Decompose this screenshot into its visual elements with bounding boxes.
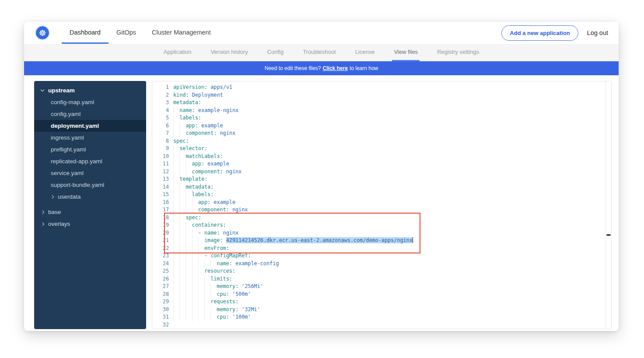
- tree-item-support-bundle-yaml[interactable]: support-bundle.yaml: [34, 179, 146, 191]
- indent-guide: [179, 260, 186, 268]
- code-line[interactable]: 19containers:: [152, 221, 605, 229]
- code-line[interactable]: 5labels:: [152, 114, 605, 122]
- code-line[interactable]: 28cpu: '500m': [152, 291, 605, 298]
- code-line[interactable]: 8spec:: [152, 137, 605, 145]
- editor-scrollbar[interactable]: [606, 81, 611, 329]
- indent-guide: [192, 283, 198, 291]
- indent-guide: [192, 306, 198, 314]
- logout-link[interactable]: Log out: [587, 29, 608, 36]
- code-token: example-config: [235, 260, 279, 267]
- app-logo[interactable]: ☸: [35, 25, 50, 41]
- code-token: :: [207, 199, 214, 205]
- code-line[interactable]: 3metadata:: [152, 99, 605, 107]
- code-line[interactable]: 29requests:: [152, 298, 605, 306]
- tree-item-ingress-yaml[interactable]: ingress.yaml: [34, 132, 146, 144]
- code-line[interactable]: 17component: nginx: [152, 206, 605, 214]
- code-line[interactable]: 15labels:: [152, 191, 605, 199]
- line-content: cpu: '500m': [173, 291, 251, 298]
- header-tab-cluster-management[interactable]: Cluster Management: [144, 22, 219, 44]
- header-tab-dashboard[interactable]: Dashboard: [62, 22, 108, 44]
- tree-item-preflight-yaml[interactable]: preflight.yaml: [34, 144, 146, 155]
- tree-item-upstream[interactable]: upstream: [34, 84, 146, 96]
- indent-guide: [173, 221, 179, 229]
- tree-item-replicated-app-yaml[interactable]: replicated-app.yaml: [34, 155, 146, 167]
- tree-item-base[interactable]: base: [34, 206, 146, 218]
- indent-guide: [204, 306, 210, 314]
- code-token: :: [210, 191, 214, 197]
- code-line[interactable]: 26limits:: [152, 275, 605, 283]
- code-line[interactable]: 12component: nginx: [152, 168, 605, 176]
- line-number: 14: [152, 183, 169, 191]
- code-line[interactable]: 4name: example-nginx: [152, 107, 605, 115]
- code-token: nginx: [220, 130, 236, 136]
- subnav-tab-view-files[interactable]: View files: [392, 44, 420, 61]
- code-token: nginx: [223, 230, 239, 236]
- indent-guide: [186, 206, 192, 214]
- tree-item-label: ingress.yaml: [51, 134, 84, 141]
- indent-guide: [186, 191, 192, 199]
- tree-item-deployment-yaml[interactable]: deployment.yaml: [34, 120, 146, 132]
- code-line[interactable]: 13template:: [152, 175, 605, 183]
- subnav-tab-troubleshoot[interactable]: Troubleshoot: [301, 44, 337, 61]
- code-token: apps/v1: [210, 84, 232, 90]
- indent-guide: [173, 175, 179, 183]
- subnav-tab-config[interactable]: Config: [266, 44, 286, 61]
- tree-item-label: userdata: [58, 193, 81, 200]
- indent-guide: [186, 237, 192, 245]
- subnav-tab-version-history[interactable]: Version history: [209, 44, 249, 61]
- line-number: 21: [152, 237, 169, 245]
- tree-item-config-yaml[interactable]: config.yaml: [34, 108, 146, 120]
- code-token: example: [214, 199, 235, 205]
- scrollbar-thumb[interactable]: [606, 234, 611, 236]
- subnav-tab-application[interactable]: Application: [162, 44, 193, 61]
- indent-guide: [198, 291, 204, 298]
- code-line[interactable]: 10matchLabels:: [152, 153, 605, 161]
- code-line[interactable]: 1apiVersion: apps/v1: [152, 84, 605, 91]
- code-line[interactable]: 14metadata:: [152, 183, 605, 191]
- code-line[interactable]: 24name: example-config: [152, 260, 605, 268]
- header-tab-gitops[interactable]: GitOps: [108, 22, 144, 44]
- yaml-editor[interactable]: 1apiVersion: apps/v12kind: Deployment3me…: [152, 81, 612, 329]
- code-line[interactable]: 20- name: nginx: [152, 229, 605, 237]
- indent-guide: [173, 160, 179, 168]
- code-line[interactable]: 11app: example: [152, 160, 605, 168]
- code-line[interactable]: 30memory: '32Mi': [152, 306, 605, 314]
- code-line[interactable]: 6app: example: [152, 122, 605, 130]
- indent-guide: [179, 283, 186, 291]
- subnav-tab-license[interactable]: License: [354, 44, 377, 61]
- code-line[interactable]: 22envFrom:: [152, 245, 605, 253]
- line-content: containers:: [173, 221, 226, 229]
- code-line[interactable]: 16app: example: [152, 199, 605, 207]
- code-line[interactable]: 23- configMapRef:: [152, 252, 605, 260]
- code-line[interactable]: 7component: nginx: [152, 130, 605, 137]
- line-content: name: example-config: [173, 260, 279, 268]
- code-line[interactable]: 25resources:: [152, 267, 605, 275]
- tree-item-overlays[interactable]: overlays: [34, 218, 146, 230]
- code-line[interactable]: 21image: 429114214526.dkr.ecr.us-east-2.…: [152, 237, 605, 245]
- tree-item-config-map-yaml[interactable]: config-map.yaml: [34, 96, 146, 108]
- tree-item-userdata[interactable]: userdata: [34, 191, 146, 203]
- code-token: cpu: [217, 314, 226, 320]
- indent-guide: [198, 260, 204, 268]
- code-line[interactable]: 27memory: '256Mi': [152, 283, 605, 291]
- line-content: - configMapRef:: [173, 252, 251, 260]
- code-token: kind: [173, 92, 186, 98]
- line-content: - name: nginx: [173, 229, 238, 237]
- code-line[interactable]: 9selector:: [152, 145, 605, 153]
- code-line[interactable]: 2kind: Deployment: [152, 91, 605, 99]
- code-token: requests: [210, 298, 235, 305]
- indent-guide: [186, 229, 192, 237]
- subnav-tab-registry-settings[interactable]: Registry settings: [435, 44, 481, 61]
- code-line[interactable]: 32: [152, 321, 605, 329]
- edit-files-banner: Need to edit these files? Click here to …: [24, 61, 619, 75]
- tree-item-service-yaml[interactable]: service.yaml: [34, 167, 146, 179]
- line-content: labels:: [173, 191, 214, 199]
- add-application-button[interactable]: Add a new application: [501, 25, 578, 41]
- banner-click-here-link[interactable]: Click here: [323, 65, 348, 71]
- line-content: component: nginx: [173, 206, 248, 214]
- line-number: 12: [152, 168, 169, 176]
- line-number: 19: [152, 221, 169, 229]
- code-line[interactable]: 31cpu: '100m': [152, 313, 605, 321]
- code-line[interactable]: 18spec:: [152, 214, 605, 222]
- line-number: 13: [152, 175, 169, 183]
